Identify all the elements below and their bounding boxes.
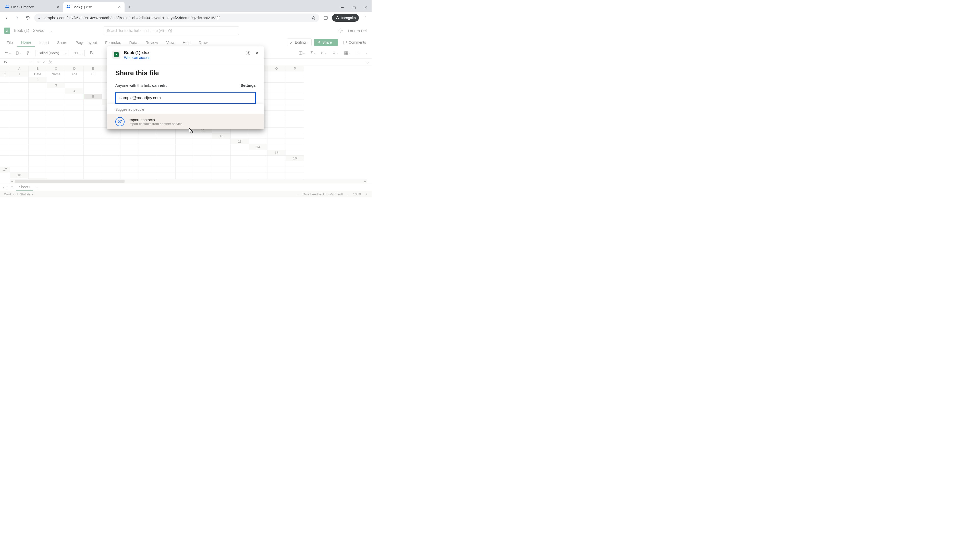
suggestions-panel: Suggested people Import contacts Import … [107,104,264,129]
file-icon: X [112,51,121,59]
import-contacts-icon [115,117,124,126]
modal-body: Share this file Anyone with this link: c… [107,64,264,129]
share-title: Share this file [115,69,256,77]
who-can-access-link[interactable]: Who can access [124,56,150,60]
browser-menu-icon[interactable]: ⋮ [361,14,369,22]
modal-settings-icon[interactable] [246,51,251,56]
dropbox-icon [5,5,9,9]
dropbox-icon [66,5,70,9]
tab-close-button[interactable]: ✕ [118,5,121,9]
window-controls: ─ ◻ ✕ [336,3,372,12]
svg-point-15 [119,120,121,122]
permission-dropdown[interactable]: can edit ⌵ [152,83,169,87]
url-text: dropbox.com/scl/fi/6loh9o14wsznat6dh3st3… [45,16,309,20]
modal-close-button[interactable]: ✕ [255,51,259,56]
side-panel-icon[interactable] [321,14,330,22]
tab-close-button[interactable]: ✕ [56,5,60,9]
svg-point-14 [248,52,249,54]
incognito-label: Incognito [341,16,356,20]
svg-rect-0 [324,16,328,19]
browser-tab-excel[interactable]: Book (1).xlsx ✕ [63,2,124,12]
maximize-button[interactable]: ◻ [348,3,360,12]
share-settings-link[interactable]: Settings [241,83,256,87]
perm-prefix: Anyone with this link: [115,83,151,87]
close-window-button[interactable]: ✕ [360,3,372,12]
forward-button[interactable] [13,14,21,22]
suggested-people-label: Suggested people [107,104,264,114]
tab-title: Book (1).xlsx [73,5,92,9]
perm-value: can edit [152,83,167,87]
permission-row: Anyone with this link: can edit ⌵ Settin… [115,83,256,87]
address-bar: dropbox.com/scl/fi/6loh9o14wsznat6dh3st3… [0,12,372,24]
incognito-badge[interactable]: Incognito [332,14,359,22]
browser-tab-strip: Files - Dropbox ✕ Book (1).xlsx ✕ + ─ ◻ … [0,0,372,12]
import-contacts-title: Import contacts [129,118,183,122]
back-button[interactable] [2,14,11,22]
browser-tab-dropbox[interactable]: Files - Dropbox ✕ [2,2,63,12]
bookmark-icon[interactable] [311,16,316,20]
import-contacts-item[interactable]: Import contacts Import contacts from ano… [107,114,264,129]
tabs-area: Files - Dropbox ✕ Book (1).xlsx ✕ + [0,0,133,12]
share-modal: X Book (1).xlsx Who can access ✕ Share t… [107,46,264,129]
site-settings-icon[interactable] [38,16,42,20]
minimize-button[interactable]: ─ [336,3,348,12]
modal-file-name: Book (1).xlsx [124,51,150,55]
import-contacts-subtitle: Import contacts from another service [129,122,183,126]
new-tab-button[interactable]: + [126,3,133,11]
share-email-input[interactable] [115,92,256,104]
url-field[interactable]: dropbox.com/scl/fi/6loh9o14wsznat6dh3st3… [34,14,319,22]
reload-button[interactable] [24,14,32,22]
chevron-down-icon: ⌵ [168,84,169,87]
tab-title: Files - Dropbox [11,5,34,9]
modal-header: X Book (1).xlsx Who can access ✕ [107,46,264,64]
